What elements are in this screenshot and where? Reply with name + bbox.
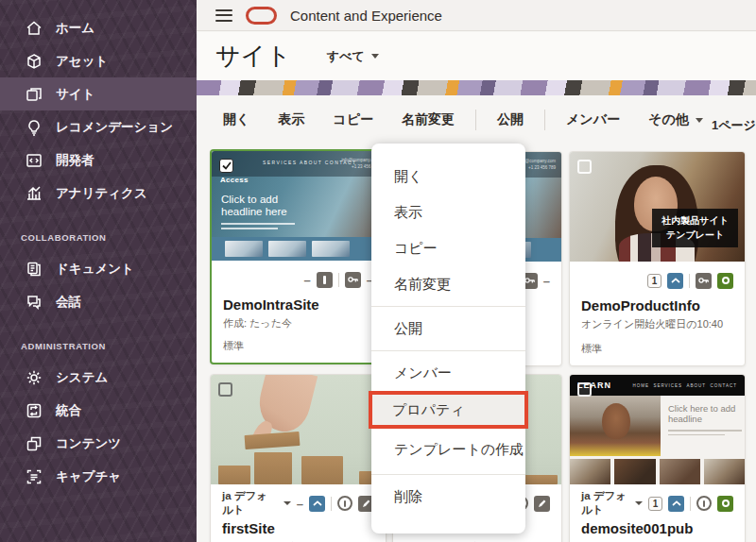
sidebar-item-capture[interactable]: キャプチャ xyxy=(0,460,197,493)
sidebar-item-home[interactable]: ホーム xyxy=(0,11,197,44)
chevron-down-icon xyxy=(696,118,703,123)
toolbar-divider xyxy=(544,110,545,130)
site-type-label: 標準 xyxy=(581,342,602,356)
offline-status-icon xyxy=(696,496,712,511)
site-preview-image: SERVICES ABOUT CONTACT info@company.com+… xyxy=(212,151,385,261)
site-tile-demosite001pub[interactable]: LEARN HOME SERVICES ABOUT CONTACT Click … xyxy=(569,374,746,542)
rename-button[interactable]: 名前変更 xyxy=(402,111,455,128)
language-dropdown[interactable]: ja デフォルト xyxy=(222,489,291,517)
site-tile-demoproductinfo[interactable]: 社内製品サイト テンプレート 1 DemoProductInfo オンライン開始… xyxy=(569,151,746,366)
site-tile-demointrasite[interactable]: SERVICES ABOUT CONTACT info@company.com+… xyxy=(210,149,387,364)
sidebar-item-conversation[interactable]: 会話 xyxy=(0,285,197,318)
status-divider xyxy=(690,497,691,511)
language-dropdown[interactable]: ja デフォルト xyxy=(581,489,643,517)
hamburger-menu-icon[interactable] xyxy=(215,9,232,22)
developer-icon xyxy=(25,151,43,169)
preview-headline: Click to add headline here xyxy=(221,194,316,218)
no-updates-indicator: – xyxy=(297,498,303,510)
chevron-down-icon xyxy=(284,501,291,505)
sidebar-item-content[interactable]: コンテンツ xyxy=(0,427,197,460)
sidebar-item-label: システム xyxy=(56,369,108,386)
pagination-label[interactable]: 1ページ xyxy=(712,117,756,134)
sidebar-item-documents[interactable]: ドキュメント xyxy=(0,252,197,285)
key-icon xyxy=(345,272,361,288)
site-preview-image xyxy=(211,375,386,484)
integration-icon xyxy=(25,401,43,419)
publish-up-icon xyxy=(668,496,684,512)
sidebar-item-developer[interactable]: 開発者 xyxy=(0,144,197,177)
menu-item-delete[interactable]: 削除 xyxy=(371,479,525,515)
oracle-logo-icon xyxy=(246,7,277,25)
update-count-badge: 1 xyxy=(647,274,662,288)
sidebar-item-sites[interactable]: サイト xyxy=(0,77,197,110)
sidebar-item-label: 開発者 xyxy=(56,152,94,169)
tile-status-row: 1 xyxy=(581,272,733,289)
update-count-badge: 1 xyxy=(648,497,662,511)
sidebar-item-assets[interactable]: アセット xyxy=(0,44,197,77)
menu-item-create-template[interactable]: テンプレートの作成 xyxy=(371,429,525,470)
sidebar-item-label: 会話 xyxy=(56,294,81,311)
tile-checkbox[interactable] xyxy=(219,159,233,173)
recommendations-icon xyxy=(25,118,43,136)
menu-item-members[interactable]: メンバー xyxy=(371,355,525,391)
app-title: Content and Experience xyxy=(290,8,442,24)
sidebar-item-integration[interactable]: 統合 xyxy=(0,394,197,427)
key-icon xyxy=(696,273,712,289)
site-type-label: 標準 xyxy=(223,339,244,353)
preview-paragraph-lines xyxy=(221,223,295,232)
assets-icon xyxy=(25,52,43,70)
system-icon xyxy=(25,368,43,386)
online-status-icon xyxy=(717,496,733,512)
no-updates-indicator: – xyxy=(304,274,311,286)
tile-checkbox[interactable] xyxy=(577,382,592,397)
menu-item-open[interactable]: 開く xyxy=(371,159,525,195)
members-button[interactable]: メンバー xyxy=(566,111,620,128)
preview-headline: Click here to add headline xyxy=(668,403,740,425)
menu-item-properties[interactable]: プロパティ xyxy=(369,391,528,429)
open-button[interactable]: 開く xyxy=(223,111,249,128)
sidebar-item-label: レコメンデーション xyxy=(56,119,173,136)
analytics-icon xyxy=(25,184,43,202)
tile-checkbox[interactable] xyxy=(577,160,592,174)
toolbar-divider xyxy=(475,110,476,130)
menu-item-rename[interactable]: 名前変更 xyxy=(371,266,525,302)
more-dropdown[interactable]: その他 xyxy=(648,111,703,128)
site-tile-firstsite[interactable]: ja デフォルト – firstSite オフライン開始火曜日の17:21 xyxy=(210,374,387,542)
status-divider xyxy=(331,497,332,511)
preview-brand-text: Access xyxy=(220,176,249,184)
online-status-icon xyxy=(717,273,733,289)
tile-status-row: ja デフォルト 1 xyxy=(581,495,733,512)
site-preview-image: LEARN HOME SERVICES ABOUT CONTACT Click … xyxy=(570,375,745,484)
filter-dropdown[interactable]: すべて xyxy=(327,48,379,65)
publish-up-icon xyxy=(667,273,683,289)
sidebar-item-label: コンテンツ xyxy=(56,435,121,452)
sidebar-item-recommendations[interactable]: レコメンデーション xyxy=(0,110,197,144)
publish-button[interactable]: 公開 xyxy=(497,111,524,128)
offline-status-icon xyxy=(337,496,352,511)
menu-item-publish[interactable]: 公開 xyxy=(371,311,525,347)
sites-icon xyxy=(25,85,43,103)
preview-nav-text: HOME SERVICES ABOUT CONTACT xyxy=(632,383,737,388)
preview-paragraph-lines xyxy=(668,430,742,438)
offline-status-icon xyxy=(317,272,333,288)
content-icon xyxy=(25,434,43,452)
copy-button[interactable]: コピー xyxy=(333,111,373,128)
site-title: demosite001pub xyxy=(581,520,733,536)
sidebar: ホーム アセット サイト レコメンデーション 開発者 アナリティクス COLLA… xyxy=(0,0,197,542)
page-title: サイト xyxy=(215,40,291,73)
menu-item-view[interactable]: 表示 xyxy=(371,195,525,230)
status-divider xyxy=(689,274,690,288)
tile-checkbox[interactable] xyxy=(218,382,232,397)
view-button[interactable]: 表示 xyxy=(278,111,304,128)
sidebar-section-administration: ADMINISTRATION xyxy=(0,318,197,361)
chevron-down-icon xyxy=(371,54,379,59)
menu-item-copy[interactable]: コピー xyxy=(371,230,525,266)
site-title: firstSite xyxy=(222,520,374,536)
no-status-indicator: – xyxy=(543,275,550,287)
home-icon xyxy=(25,19,43,37)
top-header: Content and Experience xyxy=(197,0,756,31)
sidebar-item-analytics[interactable]: アナリティクス xyxy=(0,177,197,210)
preview-thumbnail-strip xyxy=(570,459,745,484)
tile-status-row: – – xyxy=(223,271,373,288)
sidebar-item-system[interactable]: システム xyxy=(0,361,197,394)
